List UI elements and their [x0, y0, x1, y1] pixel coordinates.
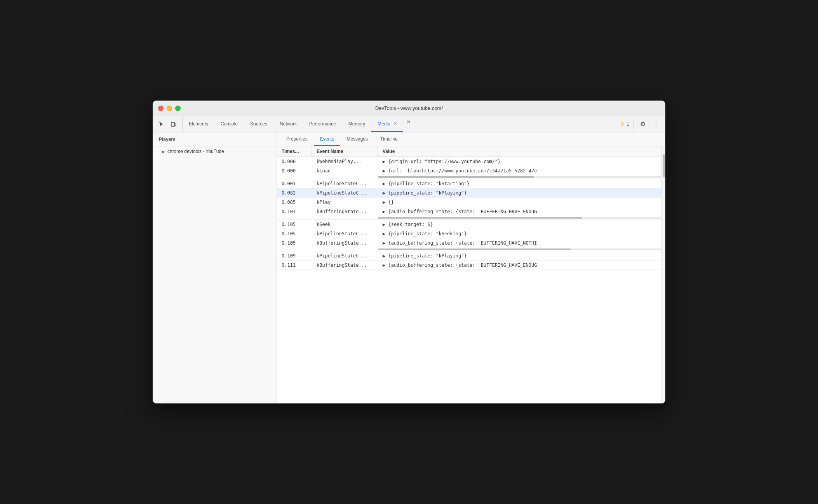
sidebar: Players ▶ chrome devtools - YouTube [153, 132, 277, 403]
cell-event-name: kBufferingState... [312, 238, 378, 248]
cell-event-name: kPipelineStateC... [312, 188, 378, 197]
tab-timeline[interactable]: Timeline [374, 132, 404, 146]
cell-value: ▶ {pipeline_state: "kPlaying"} [378, 251, 661, 260]
title-bar: DevTools - www.youtube.com/ [153, 101, 665, 116]
more-options-button[interactable]: ⋮ [651, 119, 661, 130]
table-row[interactable]: 0.105 kPipelineStateC... ▶ {pipeline_sta… [277, 229, 661, 238]
panel: Properties Events Messages Timeline Time… [277, 132, 665, 403]
tab-elements[interactable]: Elements [183, 116, 214, 132]
cell-timestamp: 0.109 [277, 251, 312, 260]
cursor-icon[interactable] [156, 119, 167, 130]
table-row[interactable]: 0.085 kPlay ▶ {} [277, 198, 661, 207]
cell-event-name: kBufferingState... [312, 261, 378, 269]
warning-badge[interactable]: ⚠ 1 [620, 121, 629, 127]
table-body: 0.000 kWebMediaPlay... ▶ {origin_url: "h… [277, 157, 661, 403]
window-title: DevTools - www.youtube.com/ [375, 105, 443, 111]
cell-value: ▶ {audio_buffering_state: {state: "BUFFE… [378, 238, 661, 248]
close-button[interactable] [158, 106, 164, 111]
table-row[interactable]: 0.101 kBufferingState... ▶ {audio_buffer… [277, 207, 661, 220]
tab-console[interactable]: Console [214, 116, 244, 132]
cell-timestamp: 0.111 [277, 261, 312, 269]
cell-event-name: kPipelineStateC... [312, 229, 378, 238]
devtools-toolbar: Elements Console Sources Network Perform… [153, 116, 665, 132]
horizontal-scrollbar[interactable] [378, 249, 661, 250]
table-row[interactable]: 0.111 kBufferingState... ▶ {audio_buffer… [277, 261, 661, 270]
scrollbar-thumb[interactable] [663, 154, 665, 177]
cell-value: ▶ {pipeline_state: "kSeeking"} [378, 229, 661, 238]
table-row[interactable]: 0.001 kPipelineStateC... ▶ {pipeline_sta… [277, 179, 661, 188]
sidebar-item-yt-player[interactable]: ▶ chrome devtools - YouTube [153, 146, 277, 156]
table-row[interactable]: 0.109 kPipelineStateC... ▶ {pipeline_sta… [277, 251, 661, 261]
tab-events[interactable]: Events [314, 132, 341, 146]
cell-value: ▶ {origin_url: "https://www.youtube.com/… [378, 157, 661, 166]
vertical-scrollbar[interactable] [661, 146, 665, 403]
traffic-lights [158, 106, 181, 111]
cell-event-name: kLoad [312, 166, 378, 176]
table-container: Times... Event Name Value 0.000 kWebMedi… [277, 146, 661, 403]
tab-media-close-icon[interactable]: ✕ [393, 121, 397, 126]
col-value: Value [378, 146, 661, 156]
cell-timestamp: 0.000 [277, 157, 312, 166]
minimize-button[interactable] [167, 106, 172, 111]
cell-timestamp: 0.001 [277, 179, 312, 188]
chevron-right-icon: ▶ [162, 149, 165, 154]
cell-timestamp: 0.105 [277, 220, 312, 229]
cell-value: ▶ {} [378, 198, 661, 207]
cell-event-name: kSeek [312, 220, 378, 229]
devtools-window: DevTools - www.youtube.com/ Elements Con [153, 101, 665, 403]
tab-network[interactable]: Network [273, 116, 303, 132]
cell-timestamp: 0.105 [277, 238, 312, 248]
table-row[interactable]: 0.105 kSeek ▶ {seek_target: 6} [277, 220, 661, 229]
settings-button[interactable]: ⚙ [637, 119, 648, 130]
toolbar-right: ⚠ 1 ⚙ ⋮ [616, 116, 665, 132]
table-row[interactable]: 0.105 kBufferingState... ▶ {audio_buffer… [277, 238, 661, 251]
cell-timestamp: 0.105 [277, 229, 312, 238]
cell-value: ▶ {audio_buffering_state: {state: "BUFFE… [378, 261, 661, 269]
cell-event-name: kPipelineStateC... [312, 179, 378, 188]
cell-value: ▶ {audio_buffering_state: {state: "BUFFE… [378, 207, 661, 216]
tab-performance[interactable]: Performance [303, 116, 342, 132]
svg-rect-1 [174, 123, 176, 126]
device-toolbar-icon[interactable] [168, 119, 179, 130]
cell-event-name: kPlay [312, 198, 378, 207]
cell-timestamp: 0.000 [277, 166, 312, 176]
svg-rect-0 [171, 122, 174, 127]
table-row[interactable]: 0.000 kWebMediaPlay... ▶ {origin_url: "h… [277, 157, 661, 166]
main-content: Players ▶ chrome devtools - YouTube Prop… [153, 132, 665, 403]
tab-media[interactable]: Media ✕ [371, 116, 403, 132]
sidebar-header: Players [153, 132, 277, 146]
table-header: Times... Event Name Value [277, 146, 661, 157]
cell-value: ▶ {url: "blob:https://www.youtube.com/c3… [378, 166, 661, 176]
tab-sources[interactable]: Sources [244, 116, 273, 132]
tab-messages[interactable]: Messages [340, 132, 374, 146]
cell-value: ▶ {seek_target: 6} [378, 220, 661, 229]
horizontal-scrollbar[interactable] [378, 176, 661, 178]
cell-value: ▶ {pipeline_state: "kStarting"} [378, 179, 661, 188]
cell-timestamp: 0.101 [277, 207, 312, 216]
table-row[interactable]: 0.000 kLoad ▶ {url: "blob:https://www.yo… [277, 166, 661, 179]
toolbar-icon-group [153, 116, 183, 132]
col-timestamp: Times... [277, 146, 312, 156]
cell-event-name: kBufferingState... [312, 207, 378, 216]
cell-event-name: kPipelineStateC... [312, 251, 378, 260]
tab-memory[interactable]: Memory [342, 116, 371, 132]
warning-icon: ⚠ [620, 121, 625, 127]
table-row[interactable]: 0.082 kPipelineStateC... ▶ {pipeline_sta… [277, 188, 661, 198]
cell-timestamp: 0.085 [277, 198, 312, 207]
horizontal-scrollbar[interactable] [378, 217, 661, 219]
panel-content-wrapper: Times... Event Name Value 0.000 kWebMedi… [277, 146, 665, 403]
more-tabs-button[interactable]: » [403, 116, 414, 127]
panel-tabs: Properties Events Messages Timeline [277, 132, 665, 146]
toolbar-separator [633, 120, 634, 129]
cell-event-name: kWebMediaPlay... [312, 157, 378, 166]
cell-value: ▶ {pipeline_state: "kPlaying"} [378, 188, 661, 197]
col-event-name: Event Name [312, 146, 378, 156]
maximize-button[interactable] [175, 106, 181, 111]
tab-list: Elements Console Sources Network Perform… [183, 116, 616, 132]
tab-properties[interactable]: Properties [280, 132, 314, 146]
cell-timestamp: 0.082 [277, 188, 312, 197]
